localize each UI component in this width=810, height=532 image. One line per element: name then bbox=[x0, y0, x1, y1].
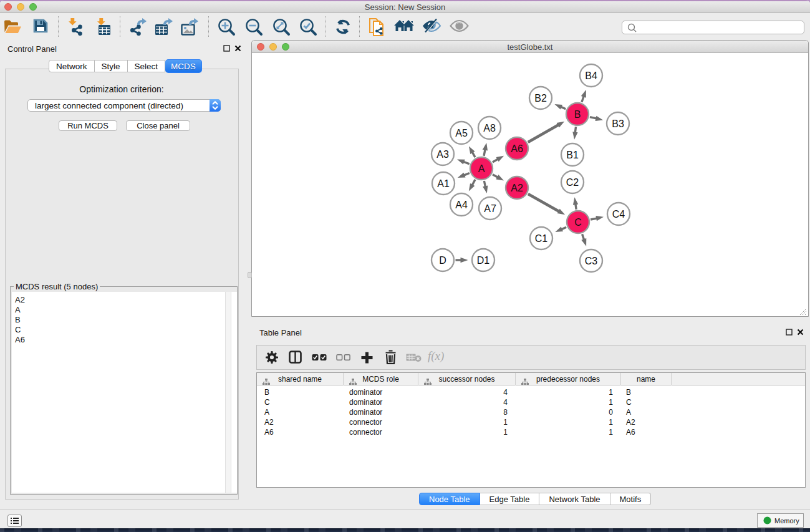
svg-text:C3: C3 bbox=[585, 256, 598, 266]
svg-text:A7: A7 bbox=[484, 203, 496, 214]
svg-text:C: C bbox=[574, 217, 582, 228]
svg-text:B3: B3 bbox=[612, 118, 624, 129]
svg-text:A5: A5 bbox=[455, 128, 468, 138]
svg-text:C1: C1 bbox=[535, 233, 548, 244]
svg-text:D1: D1 bbox=[477, 255, 490, 266]
svg-text:A8: A8 bbox=[483, 123, 496, 133]
svg-text:A2: A2 bbox=[511, 183, 523, 193]
svg-text:B2: B2 bbox=[534, 93, 547, 104]
svg-text:B4: B4 bbox=[585, 70, 597, 81]
svg-text:A6: A6 bbox=[511, 143, 523, 154]
svg-text:C4: C4 bbox=[612, 209, 625, 220]
svg-text:A1: A1 bbox=[437, 178, 450, 189]
svg-text:A3: A3 bbox=[436, 149, 449, 160]
svg-text:B1: B1 bbox=[566, 150, 579, 160]
svg-text:D: D bbox=[439, 255, 446, 266]
svg-text:C2: C2 bbox=[566, 177, 579, 188]
svg-text:A: A bbox=[478, 163, 485, 174]
svg-text:A4: A4 bbox=[455, 200, 468, 210]
svg-text:B: B bbox=[574, 109, 581, 120]
